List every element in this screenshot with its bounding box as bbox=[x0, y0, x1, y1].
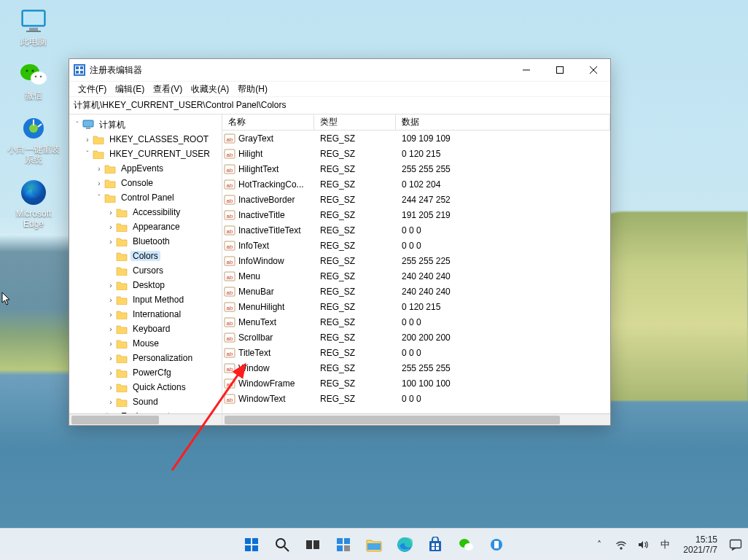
ime-indicator[interactable]: 中 bbox=[657, 537, 673, 553]
tree-item-personalization[interactable]: ›Personalization bbox=[69, 351, 222, 365]
expander-icon[interactable]: › bbox=[82, 136, 93, 144]
wechat-icon[interactable] bbox=[454, 533, 478, 556]
value-row[interactable]: abInactiveTitleREG_SZ191 205 219 bbox=[222, 207, 610, 222]
string-value-icon: ab bbox=[222, 179, 237, 190]
tree-item-international[interactable]: ›International bbox=[69, 307, 222, 322]
taskbar-clock[interactable]: 15:15 2021/7/7 bbox=[683, 534, 717, 555]
address-input[interactable] bbox=[74, 101, 606, 111]
value-row[interactable]: abGrayTextREG_SZ109 109 109 bbox=[222, 131, 610, 146]
tree-item-quick-actions[interactable]: ›Quick Actions bbox=[69, 380, 222, 394]
start-icon[interactable] bbox=[240, 533, 263, 556]
value-row[interactable]: abInactiveTitleTextREG_SZ0 0 0 bbox=[222, 222, 610, 238]
column-name[interactable]: 名称 bbox=[222, 114, 314, 130]
tree-item-appevents[interactable]: ›AppEvents bbox=[69, 161, 222, 176]
value-data: 0 0 0 bbox=[396, 225, 610, 236]
folder-icon bbox=[116, 309, 128, 319]
address-bar[interactable] bbox=[69, 97, 610, 114]
menu-item-1[interactable]: 编辑(E) bbox=[111, 82, 149, 97]
expander-icon[interactable]: › bbox=[106, 340, 116, 348]
value-row[interactable]: abTitleTextREG_SZ0 0 0 bbox=[222, 345, 610, 360]
tree-item-cursors[interactable]: Cursors bbox=[69, 263, 222, 278]
expander-icon[interactable]: › bbox=[106, 369, 116, 377]
expander-icon[interactable]: ˇ bbox=[82, 150, 93, 158]
column-headers[interactable]: 名称 类型 数据 bbox=[222, 114, 610, 131]
widgets-icon[interactable] bbox=[332, 533, 355, 556]
expander-icon[interactable]: › bbox=[106, 281, 116, 289]
tree-h-scrollbar[interactable] bbox=[69, 413, 222, 425]
minimize-button[interactable] bbox=[510, 59, 543, 81]
value-row[interactable]: abMenuREG_SZ240 240 240 bbox=[222, 268, 610, 284]
value-row[interactable]: abWindowTextREG_SZ0 0 0 bbox=[222, 391, 610, 406]
values-list[interactable]: abGrayTextREG_SZ109 109 109abHilightREG_… bbox=[222, 131, 610, 406]
tree-item-powercfg[interactable]: ›PowerCfg bbox=[69, 365, 222, 380]
notifications-icon[interactable] bbox=[728, 537, 744, 553]
expander-icon[interactable]: › bbox=[106, 238, 116, 246]
tree-item-keyboard[interactable]: ›Keyboard bbox=[69, 322, 222, 336]
menu-item-4[interactable]: 帮助(H) bbox=[233, 82, 272, 97]
column-type[interactable]: 类型 bbox=[314, 114, 396, 130]
tree-item-accessibility[interactable]: ›Accessibility bbox=[69, 205, 222, 219]
tree-item-console[interactable]: ›Console bbox=[69, 176, 222, 190]
expander-icon[interactable]: › bbox=[106, 398, 116, 406]
volume-icon[interactable] bbox=[635, 537, 651, 553]
expander-icon[interactable]: › bbox=[106, 354, 116, 362]
value-row[interactable]: abWindowFrameREG_SZ100 100 100 bbox=[222, 376, 610, 391]
titlebar[interactable]: 注册表编辑器 bbox=[69, 59, 610, 81]
tree-item-hkey-current-user[interactable]: ˇHKEY_CURRENT_USER bbox=[69, 147, 222, 161]
svg-text:ab: ab bbox=[227, 167, 233, 174]
edge-icon[interactable] bbox=[393, 533, 416, 556]
value-row[interactable]: abHotTrackingCo...REG_SZ0 102 204 bbox=[222, 176, 610, 192]
expander-icon[interactable]: › bbox=[106, 209, 116, 217]
desktop-icon-xiaobai[interactable]: 小白一键重装系统 bbox=[6, 114, 61, 165]
value-row[interactable]: abMenuHilightREG_SZ0 120 215 bbox=[222, 299, 610, 314]
expander-icon[interactable]: ˇ bbox=[94, 194, 104, 202]
search-icon[interactable] bbox=[270, 533, 294, 556]
tree-item-input-method[interactable]: ›Input Method bbox=[69, 292, 222, 307]
expander-icon[interactable]: › bbox=[106, 296, 116, 304]
wifi-icon[interactable] bbox=[613, 537, 629, 553]
value-row[interactable]: abInfoTextREG_SZ0 0 0 bbox=[222, 238, 610, 253]
expander-icon[interactable]: › bbox=[106, 325, 116, 333]
menu-item-3[interactable]: 收藏夹(A) bbox=[187, 82, 233, 97]
folder-icon bbox=[116, 397, 128, 407]
column-data[interactable]: 数据 bbox=[396, 114, 610, 130]
registry-tree[interactable]: ˇ计算机›HKEY_CLASSES_ROOTˇHKEY_CURRENT_USER… bbox=[69, 114, 222, 413]
desktop-icon-this-pc[interactable]: 此电脑 bbox=[6, 6, 61, 47]
tree-item-colors[interactable]: Colors bbox=[69, 249, 222, 263]
expander-icon[interactable]: › bbox=[106, 223, 116, 231]
store-icon[interactable] bbox=[424, 533, 447, 556]
value-row[interactable]: abInactiveBorderREG_SZ244 247 252 bbox=[222, 192, 610, 207]
expander-icon[interactable]: › bbox=[94, 179, 104, 187]
tree-item--[interactable]: ˇ计算机 bbox=[69, 117, 222, 132]
expander-icon[interactable]: › bbox=[94, 165, 104, 173]
tree-item-bluetooth[interactable]: ›Bluetooth bbox=[69, 234, 222, 249]
desktop-icon-wechat[interactable]: 微信 bbox=[6, 60, 61, 101]
desktop-icon-edge[interactable]: MicrosoftEdge bbox=[6, 178, 61, 229]
explorer-icon[interactable] bbox=[362, 533, 386, 556]
value-row[interactable]: abHilightREG_SZ0 120 215 bbox=[222, 146, 610, 161]
value-row[interactable]: abScrollbarREG_SZ200 200 200 bbox=[222, 330, 610, 345]
value-row[interactable]: abWindowREG_SZ255 255 255 bbox=[222, 360, 610, 376]
values-h-scrollbar[interactable] bbox=[222, 413, 610, 425]
expander-icon[interactable]: › bbox=[106, 384, 116, 392]
expander-icon[interactable]: ˇ bbox=[72, 121, 82, 129]
tree-item-hkey-classes-root[interactable]: ›HKEY_CLASSES_ROOT bbox=[69, 132, 222, 147]
menu-item-2[interactable]: 查看(V) bbox=[149, 82, 187, 97]
task-view-icon[interactable] bbox=[301, 533, 324, 556]
tree-item-appearance[interactable]: ›Appearance bbox=[69, 219, 222, 234]
tree-item-control-panel[interactable]: ˇControl Panel bbox=[69, 190, 222, 205]
tray-chevron-icon[interactable]: ˄ bbox=[591, 537, 607, 553]
tree-item-mouse[interactable]: ›Mouse bbox=[69, 336, 222, 351]
close-button[interactable] bbox=[577, 59, 610, 81]
system-tray[interactable]: ˄ 中 bbox=[591, 537, 673, 553]
expander-icon[interactable]: › bbox=[106, 311, 116, 319]
value-row[interactable]: abInfoWindowREG_SZ255 255 225 bbox=[222, 253, 610, 268]
menu-item-0[interactable]: 文件(F) bbox=[74, 82, 111, 97]
value-row[interactable]: abHilightTextREG_SZ255 255 255 bbox=[222, 161, 610, 176]
app-icon[interactable] bbox=[485, 533, 508, 556]
value-row[interactable]: abMenuTextREG_SZ0 0 0 bbox=[222, 314, 610, 330]
value-row[interactable]: abMenuBarREG_SZ240 240 240 bbox=[222, 284, 610, 299]
maximize-button[interactable] bbox=[543, 59, 577, 81]
tree-item-sound[interactable]: ›Sound bbox=[69, 394, 222, 409]
tree-item-desktop[interactable]: ›Desktop bbox=[69, 278, 222, 292]
